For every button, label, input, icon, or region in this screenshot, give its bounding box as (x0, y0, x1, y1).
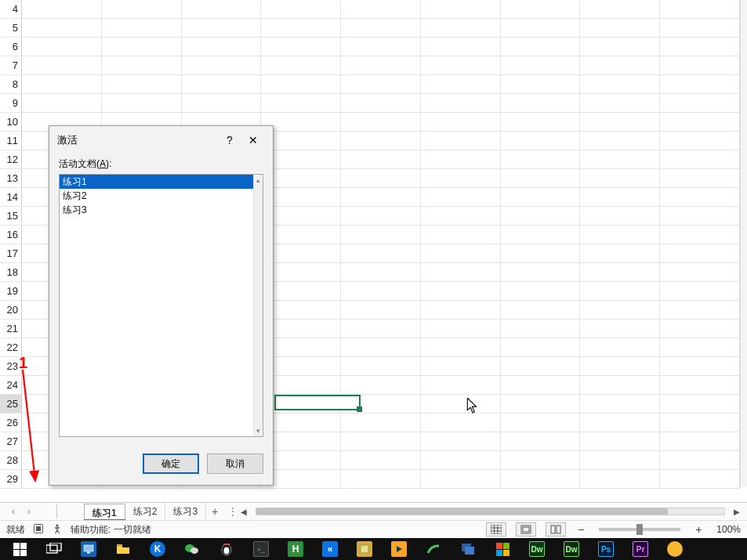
row-header[interactable]: 11 (0, 132, 22, 150)
cell[interactable] (580, 94, 660, 113)
cell[interactable] (421, 19, 501, 38)
cell[interactable] (501, 263, 581, 282)
horizontal-scrollbar[interactable]: ⋮ ◀ ▶ (223, 506, 747, 517)
cell[interactable] (501, 338, 581, 357)
cell[interactable] (660, 132, 740, 150)
sheet-tab[interactable]: 练习2 (125, 503, 166, 520)
cell[interactable] (501, 226, 581, 244)
cell[interactable] (421, 338, 501, 357)
cell[interactable] (261, 94, 341, 113)
zoom-out-button[interactable]: − (575, 523, 586, 536)
cell[interactable] (421, 132, 501, 150)
cell[interactable] (341, 19, 421, 38)
cell[interactable] (501, 414, 581, 432)
cell[interactable] (501, 75, 581, 94)
cell[interactable] (501, 113, 581, 132)
cell[interactable] (182, 75, 262, 94)
taskbar-app-monitor[interactable] (74, 540, 103, 558)
cell[interactable] (102, 94, 182, 113)
cell[interactable] (341, 38, 421, 56)
cell[interactable] (501, 207, 581, 226)
cell[interactable] (660, 282, 740, 301)
cell[interactable] (421, 395, 501, 414)
cell[interactable] (261, 75, 341, 94)
hscroll-left-dots[interactable]: ⋮ (228, 506, 238, 517)
taskbar-app-media[interactable] (384, 540, 414, 558)
hscroll-left-arrow[interactable]: ◀ (238, 508, 249, 516)
cell[interactable] (341, 432, 421, 451)
cell[interactable] (580, 282, 660, 301)
cell[interactable] (660, 56, 740, 75)
cell[interactable] (421, 282, 501, 301)
cell[interactable] (341, 113, 421, 132)
cell[interactable] (102, 56, 182, 75)
row-header[interactable]: 21 (0, 320, 22, 338)
scroll-up-icon[interactable]: ▴ (254, 175, 263, 186)
row-header[interactable]: 19 (0, 282, 22, 301)
cell[interactable] (341, 263, 421, 282)
taskbar-app-penguin[interactable] (212, 540, 241, 558)
cell[interactable] (501, 282, 581, 301)
cell[interactable] (660, 38, 740, 56)
hscroll-thumb[interactable] (256, 508, 668, 515)
zoom-in-button[interactable]: + (693, 523, 704, 536)
listbox-scrollbar[interactable]: ▴ ▾ (253, 175, 263, 436)
macro-record-icon[interactable] (33, 523, 44, 537)
cell[interactable] (580, 357, 660, 376)
list-item[interactable]: 练习3 (60, 203, 263, 217)
cell[interactable] (421, 357, 501, 376)
cell[interactable] (580, 207, 660, 226)
row-header[interactable]: 22 (0, 338, 22, 357)
cell[interactable] (660, 263, 740, 282)
cell[interactable] (580, 301, 660, 320)
cell[interactable] (580, 150, 660, 169)
fill-handle[interactable] (357, 406, 362, 412)
row-header[interactable]: 9 (0, 94, 22, 113)
cell[interactable] (182, 56, 262, 75)
cell[interactable] (660, 451, 740, 470)
cancel-button[interactable]: 取消 (207, 453, 263, 474)
cell[interactable] (660, 226, 740, 244)
help-icon[interactable]: ? (218, 134, 241, 146)
row-header[interactable]: 13 (0, 169, 22, 188)
cell[interactable] (261, 19, 341, 38)
cell[interactable] (580, 376, 660, 395)
cell[interactable] (580, 451, 660, 470)
cell[interactable] (421, 376, 501, 395)
cell[interactable] (421, 169, 501, 188)
documents-listbox[interactable]: 练习1练习2练习3 ▴ ▾ (59, 174, 263, 437)
cell[interactable] (421, 470, 501, 489)
cell[interactable] (580, 38, 660, 56)
cell[interactable] (501, 451, 581, 470)
cell[interactable] (341, 376, 421, 395)
cell[interactable] (102, 75, 182, 94)
view-page-layout-button[interactable] (516, 522, 536, 537)
cell[interactable] (660, 357, 740, 376)
cell[interactable] (22, 38, 102, 56)
cell[interactable] (580, 169, 660, 188)
cell[interactable] (580, 263, 660, 282)
cell[interactable] (580, 338, 660, 357)
cell[interactable] (421, 56, 501, 75)
cell[interactable] (660, 338, 740, 357)
cell[interactable] (341, 132, 421, 150)
cell[interactable] (501, 132, 581, 150)
cell[interactable] (261, 0, 341, 19)
taskbar-app-virtualbox[interactable] (453, 540, 483, 558)
dialog-titlebar[interactable]: 激活 ? ✕ (49, 126, 273, 154)
cell[interactable] (421, 150, 501, 169)
cell[interactable] (501, 150, 581, 169)
cell[interactable] (660, 207, 740, 226)
cell[interactable] (660, 376, 740, 395)
row-header[interactable]: 27 (0, 432, 22, 451)
start-button[interactable] (5, 540, 34, 558)
taskbar-app-dreamweaver-2[interactable]: Dw (557, 540, 586, 558)
add-sheet-button[interactable]: + (206, 505, 223, 518)
list-item[interactable]: 练习2 (60, 189, 263, 203)
cell[interactable] (501, 301, 581, 320)
task-view-button[interactable] (39, 540, 69, 558)
cell[interactable] (341, 451, 421, 470)
cell[interactable] (22, 75, 102, 94)
cell[interactable] (421, 263, 501, 282)
row-header[interactable]: 15 (0, 207, 22, 226)
